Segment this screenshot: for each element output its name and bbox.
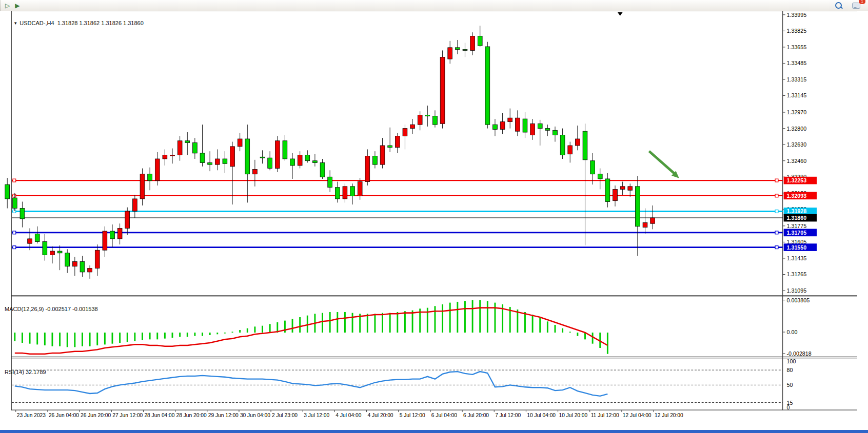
svg-text:2 Jul 23:00: 2 Jul 23:00 [272, 413, 298, 418]
svg-text:100: 100 [786, 358, 796, 364]
svg-text:11 Jul 12:00: 11 Jul 12:00 [591, 413, 619, 418]
svg-text:0.00: 0.00 [786, 329, 797, 335]
svg-text:1.33485: 1.33485 [786, 60, 806, 66]
svg-text:1.33825: 1.33825 [786, 28, 806, 34]
svg-text:12 Jul 20:00: 12 Jul 20:00 [655, 413, 683, 418]
svg-text:7 Jul 12:00: 7 Jul 12:00 [495, 413, 521, 418]
svg-text:4 Jul 04:00: 4 Jul 04:00 [336, 413, 361, 418]
svg-text:-0.002818: -0.002818 [786, 350, 811, 357]
svg-text:1.32093: 1.32093 [786, 193, 806, 199]
chart-ohlc-values: 1.31828 1.31862 1.31826 1.31860 [57, 20, 144, 26]
svg-text:23 Jun 2023: 23 Jun 2023 [17, 413, 46, 418]
svg-text:10 Jul 04:00: 10 Jul 04:00 [527, 413, 556, 418]
svg-text:0: 0 [786, 404, 790, 410]
svg-text:1.31095: 1.31095 [786, 287, 806, 294]
chat-button[interactable]: 1 [850, 0, 863, 11]
notification-badge: 1 [858, 0, 866, 5]
chart-title: ▼USDCAD-,H4 1.31828 1.31862 1.31826 1.31… [4, 14, 144, 32]
toolbar: ▤新订单◆▥◉●自动交易‖▣～⊕⊖▦▷▶✚▼◷▼▨▼↖┼│─╱∥ƑAT✦▼M1M… [0, 0, 868, 11]
svg-text:27 Jun 12:00: 27 Jun 12:00 [112, 413, 143, 418]
auto-scroll-button[interactable]: ▷ [3, 0, 12, 11]
svg-text:80: 80 [786, 367, 793, 373]
svg-text:1.31265: 1.31265 [786, 271, 806, 277]
svg-text:5 Jul 12:00: 5 Jul 12:00 [400, 413, 425, 418]
svg-text:50: 50 [786, 382, 793, 388]
search-button[interactable] [833, 0, 844, 11]
svg-text:1.31860: 1.31860 [786, 215, 806, 221]
svg-text:1.31435: 1.31435 [786, 255, 806, 261]
chart-shift-icon: ▶ [15, 3, 19, 9]
chart-shift-button[interactable]: ▶ [12, 0, 22, 11]
svg-text:1.32253: 1.32253 [786, 177, 806, 183]
svg-text:26 Jun 20:00: 26 Jun 20:00 [81, 413, 111, 418]
svg-text:1.32630: 1.32630 [786, 141, 806, 148]
chart-canvas[interactable]: 1.339951.338251.336551.334851.333151.331… [0, 11, 868, 433]
svg-text:1.31928: 1.31928 [786, 208, 806, 214]
svg-text:1.32970: 1.32970 [786, 109, 806, 115]
symbol-dropdown-icon[interactable]: ▼ [13, 21, 17, 26]
toolbar-group: ▷▶ [0, 0, 146, 11]
svg-text:6 Jul 04:00: 6 Jul 04:00 [431, 413, 457, 418]
svg-text:26 Jun 04:00: 26 Jun 04:00 [49, 413, 79, 418]
svg-text:0.003805: 0.003805 [786, 297, 810, 303]
svg-text:1.33995: 1.33995 [786, 12, 806, 18]
chart-window: 1.339951.338251.336551.334851.333151.331… [0, 11, 868, 433]
svg-text:4 Jul 20:00: 4 Jul 20:00 [368, 413, 393, 418]
svg-text:1.31775: 1.31775 [786, 223, 806, 229]
toolbar-right: 1 [833, 0, 868, 11]
svg-text:1.32800: 1.32800 [786, 126, 806, 132]
svg-text:29 Jun 12:00: 29 Jun 12:00 [208, 413, 239, 418]
svg-text:1.33655: 1.33655 [786, 44, 806, 50]
svg-text:10 Jul 20:00: 10 Jul 20:00 [559, 413, 588, 418]
search-icon [835, 2, 842, 9]
svg-text:6 Jul 20:00: 6 Jul 20:00 [463, 413, 489, 418]
macd-label: MACD(12,26,9) -0.002517 -0.001538 [5, 306, 98, 312]
mt4-window: ▤新订单◆▥◉●自动交易‖▣～⊕⊖▦▷▶✚▼◷▼▨▼↖┼│─╱∥ƑAT✦▼M1M… [0, 0, 868, 433]
auto-scroll-icon: ▷ [5, 3, 10, 9]
svg-text:12 Jul 04:00: 12 Jul 04:00 [623, 413, 652, 418]
svg-text:28 Jun 20:00: 28 Jun 20:00 [176, 413, 207, 418]
svg-text:1.33145: 1.33145 [786, 92, 806, 98]
svg-text:3 Jul 12:00: 3 Jul 12:00 [304, 413, 329, 418]
svg-text:28 Jun 04:00: 28 Jun 04:00 [144, 413, 174, 418]
window-border [0, 430, 868, 433]
svg-text:1.31550: 1.31550 [786, 244, 806, 251]
chart-symbol: USDCAD-,H4 [19, 20, 54, 26]
svg-text:1.32460: 1.32460 [786, 158, 806, 164]
svg-text:1.33315: 1.33315 [786, 76, 806, 83]
svg-text:1.31705: 1.31705 [786, 230, 806, 236]
svg-text:30 Jun 04:00: 30 Jun 04:00 [240, 413, 270, 418]
rsi-label: RSI(14) 32.1789 [5, 369, 46, 375]
